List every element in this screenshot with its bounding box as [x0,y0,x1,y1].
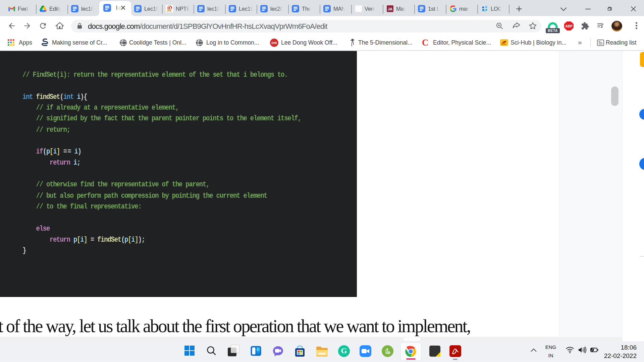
svg-text:ABP: ABP [565,24,572,28]
